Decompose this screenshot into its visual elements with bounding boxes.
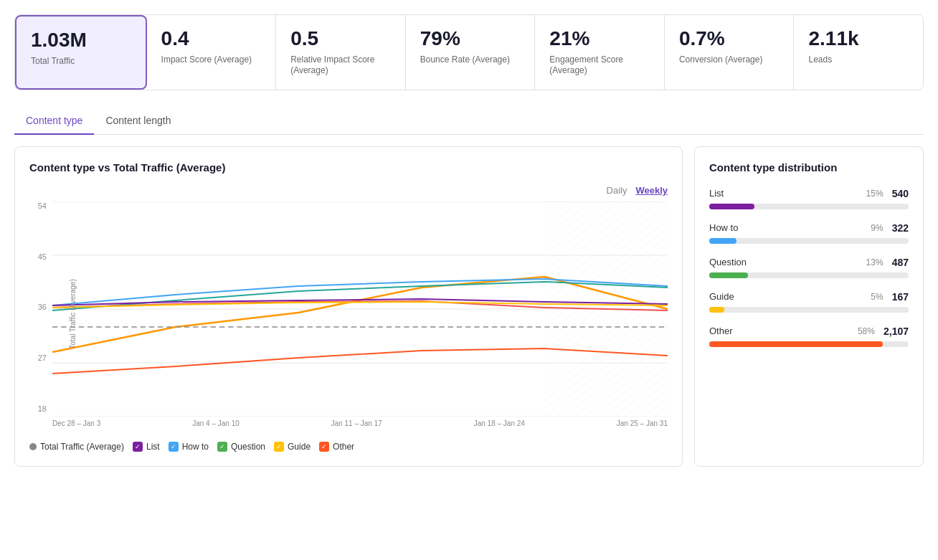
legend-item-guide: ✓Guide xyxy=(274,442,311,452)
progress-bg-guide xyxy=(709,307,909,313)
progress-fill-guide xyxy=(709,307,724,313)
metrics-bar: 1.03MTotal Traffic0.4Impact Score (Avera… xyxy=(14,14,924,90)
tab-content-length[interactable]: Content length xyxy=(94,108,182,135)
dist-item-guide: Guide 5% 167 xyxy=(709,291,909,313)
chart-control-weekly[interactable]: Weekly xyxy=(635,185,668,196)
legend-check-list[interactable]: ✓ xyxy=(133,442,143,452)
metric-engagement-score[interactable]: 21%Engagement Score (Average) xyxy=(535,15,665,90)
legend-dot-total-traffic-avg xyxy=(29,443,37,450)
legend-check-guide[interactable]: ✓ xyxy=(274,442,284,452)
metric-bounce-rate[interactable]: 79%Bounce Rate (Average) xyxy=(406,15,536,90)
dist-item-how-to: How to 9% 322 xyxy=(709,222,909,244)
progress-bg-how-to xyxy=(709,238,909,244)
legend-item-how-to: ✓How to xyxy=(169,442,209,452)
x-axis-labels: Dec 28 – Jan 3Jan 4 – Jan 10Jan 11 – Jan… xyxy=(52,419,668,427)
dist-item-other: Other 58% 2,107 xyxy=(709,326,909,347)
progress-fill-question xyxy=(709,272,748,278)
chart-panel: Content type vs Total Traffic (Average) … xyxy=(14,146,683,467)
progress-fill-list xyxy=(709,204,754,209)
chart-controls: DailyWeekly xyxy=(29,185,668,196)
legend-item-other: ✓Other xyxy=(319,442,354,452)
y-axis-label: Total Traffic (Average) xyxy=(69,280,77,349)
chart-legend: Total Traffic (Average)✓List✓How to✓Ques… xyxy=(29,436,668,452)
metric-relative-impact[interactable]: 0.5Relative Impact Score (Average) xyxy=(276,15,406,90)
chart-control-daily[interactable]: Daily xyxy=(607,185,627,196)
legend-item-list: ✓List xyxy=(133,442,160,452)
distribution-panel: Content type distribution List 15% 540 H… xyxy=(694,146,924,467)
progress-bg-question xyxy=(709,272,909,278)
legend-check-question[interactable]: ✓ xyxy=(217,442,227,452)
metric-conversion[interactable]: 0.7%Conversion (Average) xyxy=(665,15,795,90)
distribution-title: Content type distribution xyxy=(709,161,909,174)
dist-item-list: List 15% 540 xyxy=(709,188,909,209)
page: 1.03MTotal Traffic0.4Impact Score (Avera… xyxy=(0,0,938,560)
progress-bg-other xyxy=(709,341,909,347)
y-axis: 54 45 36 27 18 xyxy=(29,201,52,427)
legend-check-how-to[interactable]: ✓ xyxy=(169,442,179,452)
legend-item-question: ✓Question xyxy=(217,442,265,452)
chart-title: Content type vs Total Traffic (Average) xyxy=(29,161,668,174)
dist-item-question: Question 13% 487 xyxy=(709,257,909,278)
metric-impact-score[interactable]: 0.4Impact Score (Average) xyxy=(147,15,277,90)
legend-item-total-traffic-avg: Total Traffic (Average) xyxy=(29,442,124,452)
metric-leads[interactable]: 2.11kLeads xyxy=(794,15,923,90)
progress-fill-how-to xyxy=(709,238,736,244)
chart-svg xyxy=(52,201,668,417)
tab-content-type[interactable]: Content type xyxy=(14,108,94,135)
main-content: Content type vs Total Traffic (Average) … xyxy=(14,146,924,467)
metric-total-traffic[interactable]: 1.03MTotal Traffic xyxy=(15,15,147,90)
legend-check-other[interactable]: ✓ xyxy=(319,442,329,452)
tabs-container: Content typeContent length xyxy=(14,108,924,135)
progress-bg-list xyxy=(709,204,909,209)
progress-fill-other xyxy=(709,341,883,347)
